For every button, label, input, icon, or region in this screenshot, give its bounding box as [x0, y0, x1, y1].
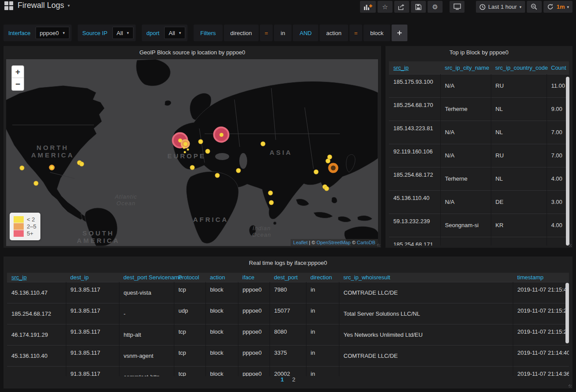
table-cell: in — [306, 324, 339, 345]
map-marker-dot-sm[interactable] — [184, 151, 186, 153]
table-cell: 2019-11-07 21:14:40 — [513, 345, 569, 366]
map-marker-dot[interactable] — [314, 170, 318, 174]
map-marker-dot[interactable] — [216, 174, 220, 178]
legend-label: 2–5 — [27, 223, 36, 230]
page-button-2[interactable]: 2 — [292, 376, 295, 383]
table-cell: pppoe0 — [238, 366, 270, 376]
adhoc-segment-value[interactable]: block — [364, 25, 390, 41]
column-header-protocol[interactable]: Protocol — [174, 273, 205, 282]
interface-select[interactable]: pppoe0 ▾ — [36, 27, 69, 39]
map-marker-dot[interactable] — [191, 166, 194, 170]
adhoc-segment-list: direction=inANDaction=block — [224, 25, 390, 41]
adhoc-segment-field[interactable]: direction — [224, 25, 259, 41]
table-cell: N/A — [440, 144, 491, 167]
column-header-count[interactable]: Count — [547, 61, 569, 74]
table-cell: commtact-http — [119, 366, 174, 376]
map-marker-dot[interactable] — [80, 162, 84, 166]
table-cell: pppoe0 — [238, 324, 270, 345]
adhoc-segment-field[interactable]: action — [320, 25, 348, 41]
geoip-map-panel-title[interactable]: GeoIP Block source ip location by pppoe0 — [4, 46, 381, 59]
table-cell: pppoe0 — [238, 303, 270, 324]
column-header-src-ip-country-code[interactable]: src_ip_country_code — [491, 61, 547, 74]
table-row: 185.254.68.171TerherneNL2.00 — [389, 237, 569, 246]
zoom-out-icon — [531, 4, 537, 10]
table-cell: 185.254.68.170 — [389, 97, 440, 121]
table-cell: pppoe0 — [238, 345, 270, 366]
column-header-src-ip[interactable]: src_ip — [7, 273, 66, 282]
panel-resize-handle[interactable] — [569, 244, 572, 247]
map-marker-dot[interactable] — [20, 166, 24, 170]
dashboard-title-caret-icon[interactable]: ▾ — [68, 3, 70, 8]
map-marker-dot[interactable] — [237, 169, 241, 173]
adhoc-segment-op[interactable]: = — [260, 25, 273, 41]
settings-button[interactable]: ⚙ — [428, 1, 443, 13]
attribution-link[interactable]: Leaflet — [293, 240, 308, 245]
column-header-src-ip[interactable]: src_ip — [389, 61, 440, 74]
add-panel-button[interactable] — [360, 1, 376, 13]
table-cell: tcp — [174, 366, 205, 376]
map-zoom-in-button[interactable]: + — [12, 66, 24, 78]
column-header-dest-ip[interactable]: dest_ip — [66, 273, 119, 282]
panel-resize-handle[interactable] — [377, 244, 380, 247]
column-header-src-ip-whoisresult[interactable]: src_ip_whoisresult — [339, 273, 513, 282]
column-header-dest-port-servicename[interactable]: dest_port Servicename — [119, 273, 174, 282]
share-button[interactable] — [394, 1, 409, 13]
map-marker-dot-sm[interactable] — [183, 147, 185, 149]
table-cell: 2019-11-07 21:15:29 — [513, 303, 569, 324]
column-header-timestamp[interactable]: timestamp — [513, 273, 569, 282]
logs-table: src_ipdest_ipdest_port ServicenameProtoc… — [7, 273, 569, 376]
adhoc-segment-value[interactable]: in — [274, 25, 292, 41]
source-ip-select[interactable]: All ▾ — [112, 27, 133, 39]
top-ip-scrollbar[interactable] — [566, 77, 569, 246]
column-header-dest-port[interactable]: dest_port — [270, 273, 306, 282]
attribution-link[interactable]: CartoDB — [357, 240, 375, 245]
table-cell: http-alt — [119, 324, 174, 345]
map-marker-dot[interactable] — [199, 140, 203, 144]
adhoc-segment-conj[interactable]: AND — [293, 25, 318, 41]
table-row: 185.254.68.17291.3.85.117-udpblockpppoe0… — [7, 303, 569, 324]
refresh-icon — [547, 4, 554, 10]
column-header-action[interactable]: action — [205, 273, 238, 282]
top-ip-panel-title[interactable]: Top ip Block by pppoe0 — [385, 46, 572, 59]
column-header-src-ip-city-name[interactable]: src_ip_city_name — [440, 61, 491, 74]
column-header-direction[interactable]: direction — [306, 273, 339, 282]
panel-resize-handle[interactable] — [569, 385, 572, 388]
map-marker-dot[interactable] — [326, 159, 330, 163]
map-marker-dot[interactable] — [261, 142, 265, 146]
save-button[interactable] — [411, 1, 426, 13]
map-marker-dot[interactable] — [34, 182, 38, 185]
map-marker-dot[interactable] — [206, 150, 210, 153]
map-marker-cluster-lg[interactable] — [213, 127, 230, 143]
map-marker-dot[interactable] — [270, 201, 274, 205]
zoom-out-button[interactable] — [527, 1, 542, 13]
map-marker-dot[interactable] — [325, 187, 329, 191]
map-marker-ring[interactable] — [328, 163, 338, 173]
table-row: 45.136.110.4791.3.85.117quest-vistatcpbl… — [7, 282, 569, 303]
time-range-picker[interactable]: Last 1 hour ▾ — [476, 1, 525, 13]
table-cell: in — [306, 345, 339, 366]
table-cell: Total Server Solutions LLC/NL — [339, 303, 513, 324]
dashboard-title[interactable]: Firewall Logs — [18, 1, 64, 10]
map-legend: < 22–55+ — [10, 213, 40, 240]
add-filter-button[interactable] — [392, 25, 407, 41]
map-zoom-out-button[interactable]: − — [12, 78, 24, 90]
adhoc-segment-op[interactable]: = — [349, 25, 363, 41]
world-map[interactable]: NORTH AMERICAEUROPEASIAAFRICASOUTH AMERI… — [6, 59, 378, 246]
column-header-iface[interactable]: iface — [238, 273, 270, 282]
page-button-1[interactable]: 1 — [281, 376, 284, 383]
legend-item: < 2 — [14, 216, 36, 223]
attribution-link[interactable]: OpenStreetMap — [317, 240, 351, 245]
map-marker-cluster-md[interactable] — [181, 139, 190, 149]
map-marker-dot-orange[interactable] — [49, 165, 55, 171]
logs-scrollbar[interactable] — [565, 283, 569, 343]
table-cell: 185.254.68.172 — [7, 303, 66, 324]
map-marker-dot[interactable] — [269, 191, 273, 195]
dashboards-grid-icon[interactable] — [4, 1, 13, 10]
refresh-picker[interactable]: 1m ▾ — [544, 1, 572, 13]
tv-kiosk-button[interactable] — [450, 1, 464, 13]
star-button[interactable]: ☆ — [378, 1, 392, 13]
map-marker-dot-sm[interactable] — [187, 149, 189, 151]
map-marker-dot[interactable] — [328, 155, 332, 159]
dport-select[interactable]: All ▾ — [164, 27, 185, 39]
realtime-logs-panel-title[interactable]: Real time logs by iface:pppoe0 — [4, 257, 572, 270]
